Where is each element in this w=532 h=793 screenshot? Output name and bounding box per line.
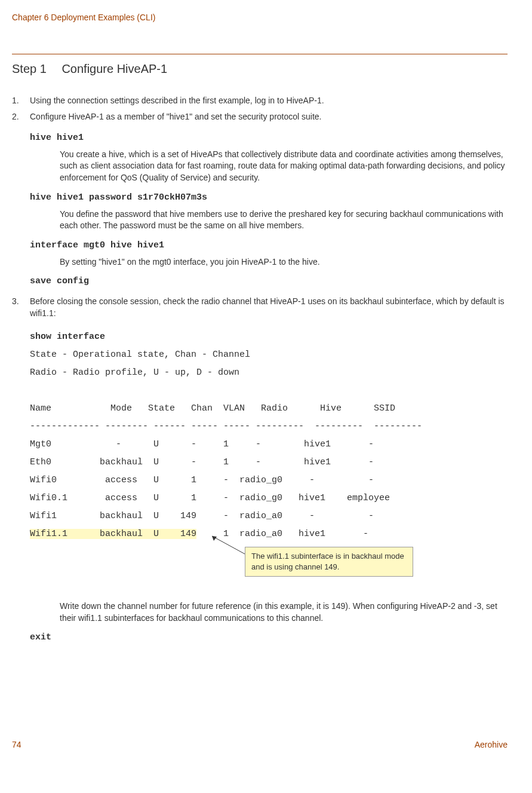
output-header-row: Name Mode State Chan VLAN Radio Hive SSI… [30, 400, 508, 418]
cmd-show-interface: show interface [30, 328, 508, 346]
cmd-interface-mgt0: interface mgt0 hive hive1 [30, 239, 508, 252]
list-item-2: Configure HiveAP-1 as a member of "hive1… [12, 111, 508, 123]
output-divider: ------------- -------- ------ ----- ----… [30, 418, 508, 436]
instruction-list: Using the connection settings described … [12, 95, 508, 123]
explanation-hive: You create a hive, which is a set of Hiv… [60, 149, 508, 184]
table-row: Wifi0 access U 1 - radio_g0 - - [30, 471, 508, 489]
list-item-3: Before closing the console session, chec… [12, 296, 508, 319]
highlighted-cells: Wifi1.1 backhaul U 149 [30, 529, 196, 539]
list-item-1: Using the connection settings described … [12, 95, 508, 107]
cmd-hive-password: hive hive1 password s1r70ckH07m3s [30, 191, 508, 204]
annotation-callout: The wifi1.1 subinterface is in backhaul … [245, 547, 413, 577]
table-row: Eth0 backhaul U - 1 - hive1 - [30, 454, 508, 471]
output-legend-1: State - Operational state, Chan - Channe… [30, 346, 508, 364]
cmd-hive: hive hive1 [30, 131, 508, 144]
explanation-password: You define the password that hive member… [60, 209, 508, 232]
page-footer: 74 Aerohive [12, 739, 508, 751]
output-blank [30, 382, 508, 400]
table-row-highlighted: Wifi1.1 backhaul U 149 1 radio_a0 hive1 … [30, 525, 508, 543]
instruction-list-cont: Before closing the console session, chec… [12, 296, 508, 319]
page-number: 74 [12, 739, 21, 751]
output-legend-2: Radio - Radio profile, U - up, D - down [30, 364, 508, 382]
step-title: Step 1 Configure HiveAP-1 [12, 54, 508, 77]
explanation-final: Write down the channel number for future… [60, 601, 508, 624]
table-row: Wifi0.1 access U 1 - radio_g0 hive1 empl… [30, 489, 508, 507]
svg-line-0 [212, 536, 245, 554]
chapter-header: Chapter 6 Deployment Examples (CLI) [12, 12, 508, 24]
cmd-save-config: save config [30, 275, 508, 287]
table-row: Mgt0 - U - 1 - hive1 - [30, 436, 508, 454]
table-row: Wifi1 backhaul U 149 - radio_a0 - - [30, 507, 508, 525]
brand-name: Aerohive [475, 739, 508, 751]
step-name: Configure HiveAP-1 [61, 62, 167, 75]
step-label: Step 1 [12, 60, 47, 77]
cmd-exit: exit [30, 631, 508, 644]
explanation-mgt0: By setting "hive1" on the mgt0 interface… [60, 256, 508, 268]
